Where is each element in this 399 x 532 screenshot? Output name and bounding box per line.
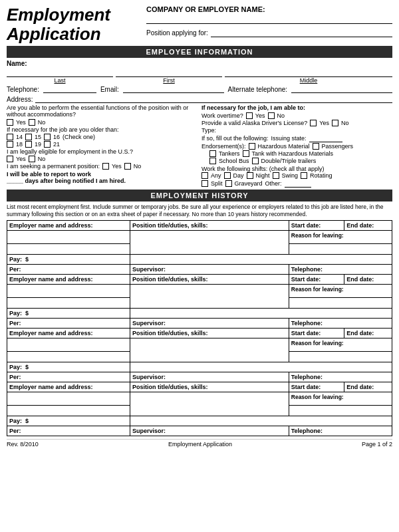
age14-label: 14 [16, 134, 23, 140]
no-legal-cb[interactable] [29, 156, 35, 162]
day-cb[interactable] [224, 172, 231, 179]
reason-input-1[interactable] [289, 244, 392, 255]
position-input-1[interactable] [130, 231, 289, 255]
right-col: If necessary for the job, I am able to: … [201, 104, 392, 188]
age14-cb[interactable] [7, 134, 13, 140]
position-input-4[interactable] [130, 392, 289, 416]
pay-input-4[interactable] [130, 416, 392, 426]
overtime-row: Work overtime? Yes No [201, 112, 392, 119]
address-label: Address: [7, 96, 33, 103]
permanent-q-label: I am seeking a permanent position: [7, 163, 100, 170]
emp-history-header: EMPLOYMENT HISTORY [7, 190, 392, 201]
company-name-input[interactable] [146, 15, 392, 24]
middle-name-input[interactable] [225, 68, 392, 77]
supervisor-1: Supervisor: [130, 265, 289, 275]
telephone-input[interactable] [43, 84, 96, 93]
swing-cb[interactable] [273, 172, 279, 179]
schoolbus-cb[interactable] [209, 158, 216, 164]
position-header-1: Position title/duties, skills: [130, 221, 289, 231]
employer-input-4[interactable] [7, 392, 130, 406]
employer-addr-4[interactable] [7, 406, 130, 416]
other-input[interactable] [285, 180, 311, 188]
reason-input-4[interactable] [289, 406, 392, 416]
position-label: Position applying for: [146, 29, 208, 37]
position-input-2[interactable] [130, 285, 289, 309]
age16-cb[interactable] [44, 134, 51, 140]
yes-overtime-cb[interactable] [246, 112, 253, 119]
employer-addr-3[interactable] [7, 352, 130, 362]
graveyard-cb[interactable] [225, 180, 232, 187]
split-cb[interactable] [201, 180, 208, 187]
no-alaska-cb[interactable] [332, 120, 338, 126]
tankers-label: Tankers [219, 150, 240, 157]
position-input-3[interactable] [130, 338, 289, 362]
double-triple-cb[interactable] [252, 158, 259, 164]
employer-input-3[interactable] [7, 338, 130, 352]
first-name-input[interactable] [116, 68, 222, 77]
last-name-col: Last [7, 68, 113, 84]
no-overtime-label: No [277, 112, 285, 119]
age19-cb[interactable] [25, 141, 32, 148]
yes-legal-cb[interactable] [7, 156, 13, 162]
emp-history-desc: List most recent employment first. Inclu… [7, 203, 392, 218]
day-label: Day [233, 172, 244, 179]
endorsements-row: Endorsement(s): Hazardous Material Passe… [201, 143, 392, 150]
no-overtime-cb[interactable] [268, 112, 275, 119]
position-input[interactable] [211, 28, 392, 37]
per-2: Per: [7, 319, 130, 329]
no-essential-cb[interactable] [29, 119, 35, 126]
employer-addr-1[interactable] [7, 244, 130, 255]
yes-permanent-cb[interactable] [102, 163, 109, 170]
age15-label: 15 [35, 134, 41, 140]
yes-alaska-cb[interactable] [310, 120, 317, 126]
tankers-row: Tankers Tank with Hazardous Materials [201, 150, 392, 157]
reason-input-2[interactable] [289, 298, 392, 309]
company-name-label: COMPANY OR EMPLOYER NAME: [146, 5, 392, 13]
age18-label: 18 [16, 141, 23, 148]
table-row: Reason for leaving: [7, 285, 392, 298]
yes-permanent-label: Yes [112, 163, 122, 170]
position-row: Position applying for: [146, 28, 392, 37]
any-cb[interactable] [201, 172, 208, 179]
address-input[interactable] [35, 94, 392, 103]
tankers-cb[interactable] [209, 150, 216, 157]
employer-input-1[interactable] [7, 231, 130, 244]
no-permanent-cb[interactable] [124, 163, 131, 170]
schoolbus-row: School Bus Double/Triple trailers [201, 158, 392, 164]
last-name-input[interactable] [7, 68, 113, 77]
no-legal-label: No [38, 156, 46, 162]
age15-cb[interactable] [25, 134, 32, 140]
rotating-cb[interactable] [301, 172, 307, 179]
employer-addr-2[interactable] [7, 298, 130, 309]
alt-tel-input[interactable] [291, 84, 392, 93]
legal-yn-row: Yes No [7, 156, 198, 162]
pay-input-2[interactable] [130, 309, 392, 319]
tank-haz-label: Tank with Hazardous Materials [252, 150, 334, 157]
telephone-1: Telephone: [289, 265, 392, 275]
alaska-label: Provide a valid Alaska Driver's License? [201, 120, 307, 126]
any-label: Any [211, 172, 221, 179]
email-input[interactable] [123, 84, 224, 93]
tank-haz-cb[interactable] [243, 150, 249, 157]
hazmat-cb[interactable] [249, 143, 255, 150]
yes-essential-cb[interactable] [7, 119, 13, 126]
reason-input-3[interactable] [289, 352, 392, 362]
age21-label: 21 [53, 141, 60, 148]
pay-input-1[interactable] [130, 255, 392, 265]
left-col: Are you able to perform the essential fu… [7, 104, 198, 188]
age21-cb[interactable] [44, 141, 51, 148]
employer-input-2[interactable] [7, 285, 130, 298]
age18-cb[interactable] [7, 141, 13, 148]
issuing-state-input[interactable] [309, 134, 342, 142]
essential-yn-row: Yes No [7, 119, 198, 126]
passengers-cb[interactable] [313, 143, 319, 150]
header: Employment Application COMPANY OR EMPLOY… [7, 5, 392, 43]
night-cb[interactable] [247, 172, 253, 179]
name-label-row: Name: [7, 60, 392, 67]
pay-input-3[interactable] [130, 362, 392, 372]
table-row: Per: Supervisor: Telephone: [7, 426, 392, 436]
hazmat-label: Hazardous Material [258, 143, 310, 150]
page: Employment Application COMPANY OR EMPLOY… [0, 0, 399, 532]
start-header-1: Start date: [289, 221, 344, 231]
footer-center: Employment Application [168, 441, 232, 448]
